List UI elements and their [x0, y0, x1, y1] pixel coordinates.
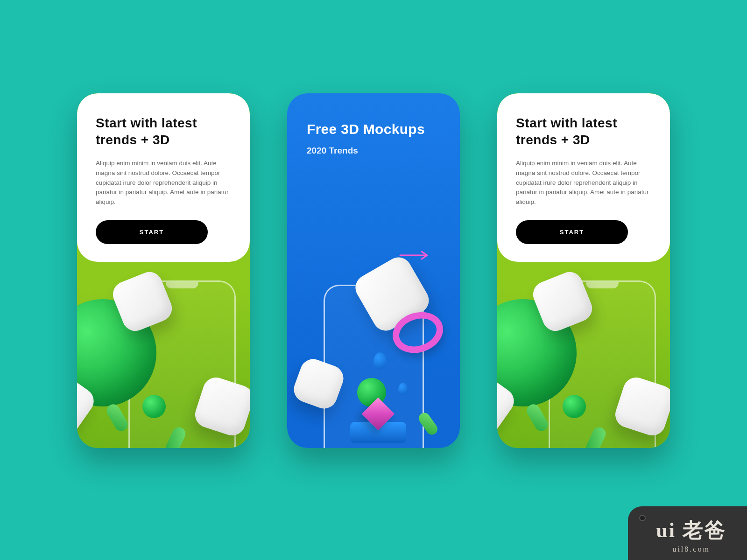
body-text: Aliquip enim minim in veniam duis elit. …	[516, 159, 651, 208]
content-panel: Start with latest trends + 3D Aliquip en…	[497, 93, 670, 262]
droplet-icon	[374, 352, 387, 369]
canvas: Start with latest trends + 3D Aliquip en…	[0, 0, 747, 560]
sphere-icon	[563, 395, 586, 418]
headline: Start with latest trends + 3D	[96, 115, 231, 148]
body-text: Aliquip enim minim in veniam duis elit. …	[96, 159, 231, 208]
title: Free 3D Mockups	[307, 121, 440, 137]
sphere-icon	[142, 395, 166, 418]
content-panel: Start with latest trends + 3D Aliquip en…	[77, 93, 250, 262]
capsule-icon	[104, 402, 130, 434]
mockup-card-right: Start with latest trends + 3D Aliquip en…	[497, 93, 670, 448]
mockup-card-left: Start with latest trends + 3D Aliquip en…	[77, 93, 250, 448]
capsule-icon	[524, 402, 550, 434]
start-button[interactable]: START	[96, 220, 208, 244]
watermark-url: uil8.com	[656, 545, 726, 553]
start-button[interactable]: START	[516, 220, 628, 244]
illustration-3d	[287, 243, 460, 448]
watermark-badge: ui 老爸 uil8.com	[628, 506, 747, 560]
headline: Start with latest trends + 3D	[516, 115, 651, 148]
mockup-card-center: Free 3D Mockups 2020 Trends	[287, 93, 460, 448]
droplet-icon	[398, 383, 408, 395]
screw-icon	[639, 515, 646, 521]
watermark-brand: ui 老爸	[656, 517, 726, 544]
illustration-3d	[497, 262, 670, 448]
illustration-3d	[77, 262, 250, 448]
subtitle: 2020 Trends	[307, 146, 440, 156]
